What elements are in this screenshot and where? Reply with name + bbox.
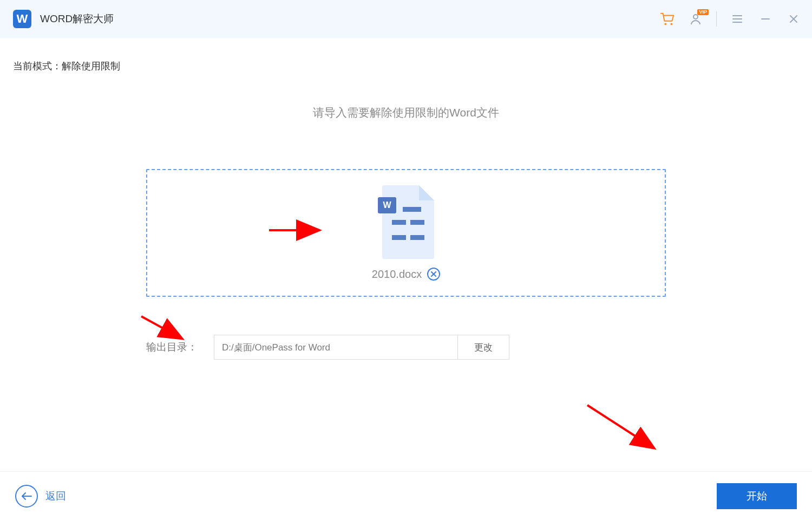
- main-content: 当前模式：解除使用限制 请导入需要解除使用限制的Word文件 W 2010.do…: [0, 38, 812, 360]
- output-dir-input[interactable]: [214, 335, 457, 360]
- user-icon[interactable]: VIP: [688, 11, 703, 27]
- word-document-icon: W: [378, 185, 434, 259]
- back-arrow-icon: [15, 485, 38, 508]
- svg-point-0: [664, 23, 666, 25]
- file-name: 2010.docx: [372, 268, 422, 281]
- svg-line-14: [587, 405, 653, 447]
- vip-badge: VIP: [697, 9, 709, 15]
- close-icon[interactable]: [786, 11, 801, 27]
- titlebar-separator: [716, 11, 717, 27]
- app-title: WORD解密大师: [40, 12, 114, 26]
- titlebar-actions: VIP: [660, 11, 801, 27]
- change-output-button[interactable]: 更改: [457, 335, 509, 360]
- back-button[interactable]: 返回: [15, 485, 66, 508]
- output-row: 输出目录： 更改: [146, 335, 666, 360]
- mode-value: 解除使用限制: [62, 61, 120, 72]
- app-logo-icon: W: [13, 10, 31, 28]
- minimize-icon[interactable]: [758, 11, 773, 27]
- file-dropzone[interactable]: W 2010.docx: [146, 169, 666, 297]
- back-button-label: 返回: [45, 489, 66, 503]
- app-logo-letter: W: [17, 12, 28, 26]
- footer-bar: 返回 开始: [0, 471, 812, 520]
- cart-icon[interactable]: [660, 11, 675, 27]
- annotation-arrow-icon: [585, 401, 660, 455]
- svg-point-1: [671, 23, 673, 25]
- start-button[interactable]: 开始: [717, 483, 797, 509]
- file-row: 2010.docx: [372, 268, 440, 281]
- menu-icon[interactable]: [730, 11, 745, 27]
- mode-line: 当前模式：解除使用限制: [13, 60, 799, 73]
- instruction-text: 请导入需要解除使用限制的Word文件: [13, 105, 799, 120]
- output-dir-label: 输出目录：: [146, 340, 198, 354]
- remove-file-button[interactable]: [427, 268, 440, 281]
- mode-label: 当前模式：: [13, 61, 62, 72]
- titlebar: W WORD解密大师 VIP: [0, 0, 812, 38]
- svg-point-2: [693, 15, 698, 19]
